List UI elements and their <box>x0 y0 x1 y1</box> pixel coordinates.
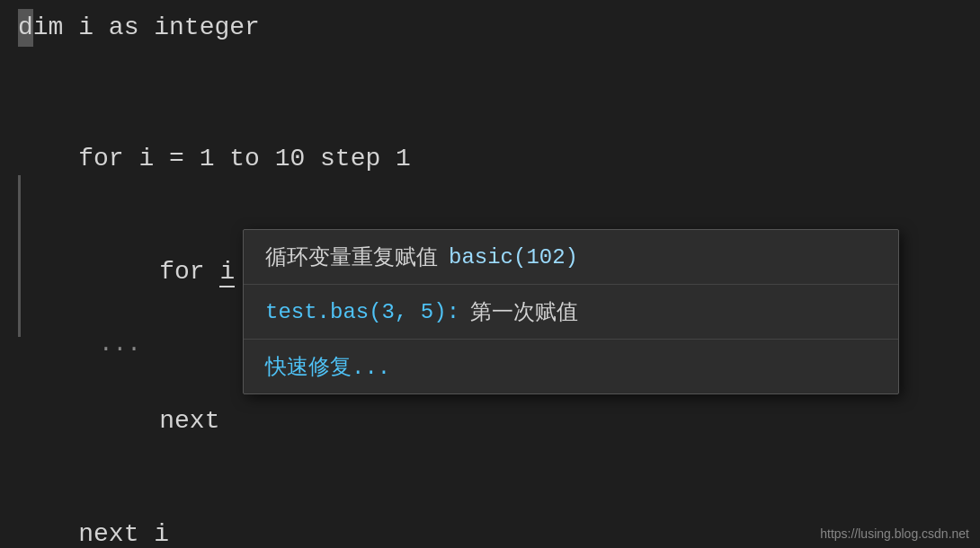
code-line-for1: for i = 1 to 10 step 1 <box>18 102 962 216</box>
watermark: https://lusing.blog.csdn.net <box>820 526 969 541</box>
popup-row-location: test.bas(3, 5): 第一次赋值 <box>244 285 898 340</box>
popup-warning-code: basic(102) <box>449 245 578 270</box>
code-line-dim: dim i as integer <box>18 9 962 47</box>
popup-warning-text: 循环变量重复赋值 <box>265 243 438 271</box>
vertical-bar <box>18 175 21 337</box>
popup-row-warning: 循环变量重复赋值 basic(102) <box>244 230 898 285</box>
diagnostic-popup[interactable]: 循环变量重复赋值 basic(102) test.bas(3, 5): 第一次赋… <box>243 229 899 394</box>
cursor-char: d <box>18 9 33 47</box>
popup-location-code: test.bas(3, 5): <box>265 300 459 324</box>
for1-text: for i = 1 to 10 step 1 <box>78 145 411 172</box>
code-text-dim: im i as integer <box>33 9 260 47</box>
popup-row-quickfix[interactable]: 快速修复... <box>244 340 898 393</box>
var-i: i <box>219 258 235 287</box>
popup-quickfix-text[interactable]: 快速修复... <box>265 352 390 381</box>
for2-prefix: for <box>159 258 219 286</box>
popup-location-text: 第一次赋值 <box>470 297 578 326</box>
code-line-empty <box>18 65 962 102</box>
editor: dim i as integer for i = 1 to 10 step 1 … <box>0 0 980 548</box>
